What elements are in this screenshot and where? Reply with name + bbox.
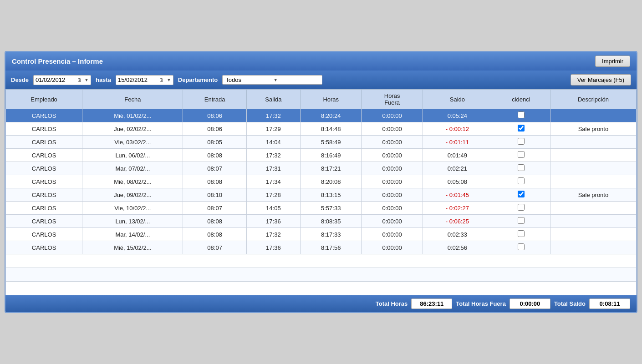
cell-horas: 8:13:15 bbox=[301, 188, 362, 202]
departamento-label: Departamento bbox=[178, 76, 218, 83]
cell-descripcion bbox=[550, 202, 636, 215]
table-row[interactable]: CARLOS Mié, 08/02/2... 08:08 17:34 8:20:… bbox=[6, 175, 637, 188]
hasta-label: hasta bbox=[96, 76, 111, 83]
desde-input-container: 🗓 ▼ bbox=[33, 75, 91, 85]
table-row[interactable]: CARLOS Mar, 07/02/... 08:07 17:31 8:17:2… bbox=[6, 162, 637, 175]
cell-cidenci[interactable] bbox=[492, 188, 550, 202]
table-row[interactable]: CARLOS Mié, 15/02/2... 08:07 17:36 8:17:… bbox=[6, 241, 637, 254]
main-window: Control Presencia – Informe Imprimir Des… bbox=[5, 51, 637, 313]
table-row[interactable]: CARLOS Mar, 14/02/... 08:08 17:32 8:17:3… bbox=[6, 228, 637, 241]
col-fecha: Fecha bbox=[82, 90, 183, 109]
cell-descripcion bbox=[550, 136, 636, 149]
table-row-empty bbox=[6, 282, 637, 295]
departamento-select[interactable]: Todos ▼ bbox=[222, 75, 322, 85]
cell-horas-fuera: 0:00:00 bbox=[362, 202, 423, 215]
cell-entrada: 08:10 bbox=[183, 188, 246, 202]
hasta-dropdown-icon[interactable]: ▼ bbox=[167, 77, 171, 82]
incidencia-checkbox[interactable] bbox=[518, 204, 525, 211]
cell-empleado: CARLOS bbox=[6, 109, 82, 122]
cell-horas: 8:20:08 bbox=[301, 175, 362, 188]
cell-cidenci[interactable] bbox=[492, 162, 550, 175]
desde-calendar-icon[interactable]: 🗓 bbox=[76, 76, 83, 84]
cell-salida: 17:32 bbox=[246, 228, 300, 241]
desde-dropdown-icon[interactable]: ▼ bbox=[84, 77, 89, 82]
cell-fecha: Lun, 13/02/... bbox=[82, 215, 183, 228]
table-row[interactable]: CARLOS Vie, 10/02/2... 08:07 14:05 5:57:… bbox=[6, 202, 637, 215]
cell-descripcion bbox=[550, 109, 636, 122]
col-entrada: Entrada bbox=[183, 90, 246, 109]
cell-cidenci[interactable] bbox=[492, 136, 550, 149]
cell-descripcion: Sale pronto bbox=[550, 188, 636, 202]
cell-horas-fuera: 0:00:00 bbox=[362, 175, 423, 188]
table-row[interactable]: CARLOS Mié, 01/02/2... 08:06 17:32 8:20:… bbox=[6, 109, 637, 122]
cell-fecha: Mar, 07/02/... bbox=[82, 162, 183, 175]
table-row[interactable]: CARLOS Lun, 06/02/... 08:08 17:32 8:16:4… bbox=[6, 149, 637, 162]
table-header: Empleado Fecha Entrada Salida Horas Hora… bbox=[6, 90, 637, 109]
cell-descripcion bbox=[550, 162, 636, 175]
cell-fecha: Lun, 06/02/... bbox=[82, 149, 183, 162]
cell-entrada: 08:07 bbox=[183, 202, 246, 215]
col-descripcion: Descripción bbox=[550, 90, 636, 109]
cell-salida: 17:32 bbox=[246, 109, 300, 122]
table-row[interactable]: CARLOS Vie, 03/02/2... 08:05 14:04 5:58:… bbox=[6, 136, 637, 149]
cell-saldo: 0:05:24 bbox=[423, 109, 492, 122]
total-horas-fuera-label: Total Horas Fuera bbox=[456, 300, 506, 307]
total-saldo-label: Total Saldo bbox=[554, 300, 586, 307]
hasta-input-container: 🗓 ▼ bbox=[116, 75, 173, 85]
cell-entrada: 08:07 bbox=[183, 162, 246, 175]
cell-horas: 8:16:49 bbox=[301, 149, 362, 162]
incidencia-checkbox[interactable] bbox=[518, 243, 525, 250]
col-saldo: Saldo bbox=[423, 90, 492, 109]
cell-cidenci[interactable] bbox=[492, 122, 550, 136]
incidencia-checkbox[interactable] bbox=[518, 111, 525, 118]
cell-salida: 17:32 bbox=[246, 149, 300, 162]
print-button[interactable]: Imprimir bbox=[595, 56, 630, 67]
desde-input[interactable] bbox=[36, 76, 74, 83]
cell-cidenci[interactable] bbox=[492, 175, 550, 188]
cell-cidenci[interactable] bbox=[492, 228, 550, 241]
total-saldo-value: 0:08:11 bbox=[589, 298, 630, 309]
table-row[interactable]: CARLOS Jue, 02/02/2... 08:06 17:29 8:14:… bbox=[6, 122, 637, 136]
col-salida: Salida bbox=[246, 90, 300, 109]
cell-salida: 17:34 bbox=[246, 175, 300, 188]
table-row[interactable]: CARLOS Lun, 13/02/... 08:08 17:36 8:08:3… bbox=[6, 215, 637, 228]
incidencia-checkbox[interactable] bbox=[518, 177, 525, 184]
cell-fecha: Mié, 08/02/2... bbox=[82, 175, 183, 188]
table-row[interactable]: CARLOS Jue, 09/02/2... 08:10 17:28 8:13:… bbox=[6, 188, 637, 202]
cell-horas: 8:20:24 bbox=[301, 109, 362, 122]
cell-saldo: - 0:01:45 bbox=[423, 188, 492, 202]
cell-entrada: 08:07 bbox=[183, 241, 246, 254]
cell-cidenci[interactable] bbox=[492, 109, 550, 122]
incidencia-checkbox[interactable] bbox=[518, 217, 525, 224]
cell-entrada: 08:06 bbox=[183, 122, 246, 136]
cell-saldo: 0:02:33 bbox=[423, 228, 492, 241]
incidencia-checkbox[interactable] bbox=[518, 230, 525, 237]
cell-cidenci[interactable] bbox=[492, 202, 550, 215]
cell-descripcion: Sale pronto bbox=[550, 122, 636, 136]
hasta-input[interactable] bbox=[118, 76, 157, 83]
cell-empleado: CARLOS bbox=[6, 175, 82, 188]
cell-fecha: Vie, 03/02/2... bbox=[82, 136, 183, 149]
incidencia-checkbox[interactable] bbox=[518, 191, 525, 197]
cell-horas-fuera: 0:00:00 bbox=[362, 228, 423, 241]
incidencia-checkbox[interactable] bbox=[518, 164, 525, 171]
table-container: Empleado Fecha Entrada Salida Horas Hora… bbox=[5, 89, 637, 295]
total-horas-label: Total Horas bbox=[376, 300, 408, 307]
window-title: Control Presencia – Informe bbox=[12, 57, 103, 65]
cell-cidenci[interactable] bbox=[492, 241, 550, 254]
cell-cidenci[interactable] bbox=[492, 215, 550, 228]
cell-horas-fuera: 0:00:00 bbox=[362, 188, 423, 202]
cell-descripcion bbox=[550, 215, 636, 228]
table-body: CARLOS Mié, 01/02/2... 08:06 17:32 8:20:… bbox=[6, 109, 637, 295]
incidencia-checkbox[interactable] bbox=[518, 151, 525, 158]
cell-descripcion bbox=[550, 175, 636, 188]
cell-saldo: - 0:00:12 bbox=[423, 122, 492, 136]
cell-saldo: 0:05:08 bbox=[423, 175, 492, 188]
incidencia-checkbox[interactable] bbox=[518, 125, 525, 131]
cell-horas: 8:17:56 bbox=[301, 241, 362, 254]
hasta-calendar-icon[interactable]: 🗓 bbox=[158, 76, 165, 84]
ver-marcajes-button[interactable]: Ver Marcajes (F5) bbox=[571, 74, 631, 86]
cell-fecha: Jue, 09/02/2... bbox=[82, 188, 183, 202]
cell-cidenci[interactable] bbox=[492, 149, 550, 162]
incidencia-checkbox[interactable] bbox=[518, 138, 525, 145]
